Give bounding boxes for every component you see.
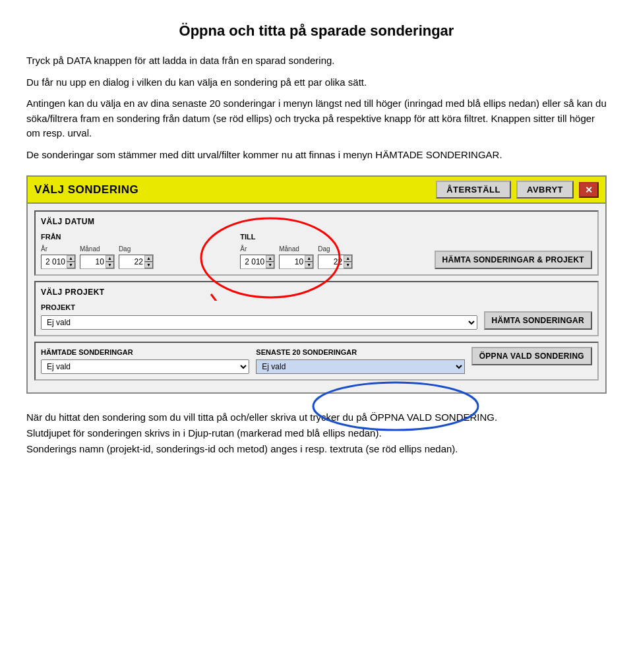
date-from-year-arrows: ▲ ▼ [67, 255, 75, 269]
date-to-month-label: Månad [279, 244, 299, 254]
oppna-vald-sondering-button[interactable]: ÖPPNA VALD SONDERING [471, 347, 592, 365]
hamtade-col: HÄMTADE SONDERINGAR Ej vald [41, 347, 249, 375]
intro-p3: Antingen kan du välja en av dina senaste… [26, 96, 607, 141]
date-from-group: FRÅN År ▲ ▼ [41, 231, 227, 269]
date-from-to: FRÅN År ▲ ▼ [41, 231, 427, 269]
date-to-day-input[interactable] [318, 257, 344, 267]
section-datum-title: VÄLJ DATUM [41, 216, 592, 228]
dialog-titlebar: VÄLJ SONDERING ÅTERSTÄLL AVBRYT ✕ [28, 177, 605, 204]
date-from-fields: År ▲ ▼ [41, 244, 227, 270]
hamtade-btn-col: ÖPPNA VALD SONDERING [471, 347, 592, 365]
dialog-title: VÄLJ SONDERING [34, 181, 138, 199]
hamtade-select[interactable]: Ej vald [41, 359, 249, 374]
projekt-label: PROJEKT [41, 302, 477, 313]
date-from-month-up[interactable]: ▲ [106, 255, 114, 262]
date-from-year-down[interactable]: ▼ [67, 262, 75, 268]
date-from-day-label: Dag [119, 244, 131, 254]
date-to-month-input[interactable] [280, 257, 305, 267]
footer-p3: Sonderings namn (projekt-id, sonderings-… [26, 441, 607, 457]
date-from-day-input[interactable] [119, 257, 144, 267]
date-from-day-spinner: ▲ ▼ [119, 255, 154, 270]
senaste-col: SENASTE 20 SONDERINGAR Ej vald [256, 347, 464, 375]
hamtade-label: HÄMTADE SONDERINGAR [41, 347, 249, 358]
date-to-day-label: Dag [318, 244, 330, 254]
projekt-select-wrap: PROJEKT Ej vald [41, 302, 477, 330]
hamta-sonderingar-button[interactable]: HÄMTA SONDERINGAR [484, 311, 592, 330]
date-from-month-spinner: ▲ ▼ [80, 255, 115, 270]
date-from-year-input[interactable] [42, 257, 67, 267]
date-to-year-up[interactable]: ▲ [266, 255, 274, 262]
dialog: VÄLJ SONDERING ÅTERSTÄLL AVBRYT ✕ VÄLJ D… [26, 175, 607, 394]
date-to-year-spinner: ▲ ▼ [240, 255, 275, 270]
date-from-day-up[interactable]: ▲ [144, 255, 153, 262]
intro-p4: De sonderingar som stämmer med ditt urva… [26, 148, 607, 163]
date-to-day-col: Dag ▲ ▼ [318, 244, 353, 270]
date-from-year-label: År [41, 244, 47, 254]
dialog-body: VÄLJ DATUM FRÅN År [28, 204, 605, 392]
date-from-day-arrows: ▲ ▼ [144, 255, 153, 269]
date-to-year-col: År ▲ ▼ [240, 244, 275, 270]
senaste-label: SENASTE 20 SONDERINGAR [256, 347, 464, 358]
date-to-month-up[interactable]: ▲ [305, 255, 313, 262]
date-to-month-spinner: ▲ ▼ [279, 255, 314, 270]
date-to-year-down[interactable]: ▼ [266, 262, 274, 268]
page-title: Öppna och titta på sparade sonderingar [26, 20, 607, 42]
date-from-label: FRÅN [41, 231, 227, 243]
projekt-section: PROJEKT Ej vald HÄMTA SONDERINGAR [41, 302, 592, 330]
date-from-month-down[interactable]: ▼ [106, 262, 114, 268]
projekt-select[interactable]: Ej vald [41, 315, 477, 330]
footer-p2: Slutdjupet för sonderingen skrivs in i D… [26, 425, 607, 441]
date-to-day-spinner: ▲ ▼ [318, 255, 353, 270]
footer-p1: När du hittat den sondering som du vill … [26, 410, 607, 425]
intro-p2: Du får nu upp en dialog i vilken du kan … [26, 75, 607, 90]
dialog-wrapper: VÄLJ SONDERING ÅTERSTÄLL AVBRYT ✕ VÄLJ D… [26, 175, 607, 394]
intro-p1: Tryck på DATA knappen för att ladda in d… [26, 53, 607, 69]
hamta-sonderingar-projekt-button[interactable]: HÄMTA SONDERINGAR & PROJEKT [435, 251, 592, 269]
date-from-month-label: Månad [80, 244, 100, 254]
date-from-day-col: Dag ▲ ▼ [119, 244, 154, 270]
date-from-month-col: Månad ▲ ▼ [80, 244, 115, 270]
section-projekt-title: VÄLJ PROJEKT [41, 286, 592, 298]
date-from-month-arrows: ▲ ▼ [106, 255, 114, 269]
close-button[interactable]: ✕ [579, 182, 599, 198]
date-from-year-col: År ▲ ▼ [41, 244, 76, 270]
date-to-year-label: År [240, 244, 247, 254]
section-projekt: VÄLJ PROJEKT PROJEKT Ej vald HÄMTA SONDE… [34, 281, 599, 336]
section-hamtade: HÄMTADE SONDERINGAR Ej vald SENASTE 20 S… [34, 342, 599, 381]
senaste-select[interactable]: Ej vald [256, 359, 464, 374]
date-to-month-arrows: ▲ ▼ [305, 255, 313, 269]
date-from-day-down[interactable]: ▼ [144, 262, 153, 268]
date-to-month-down[interactable]: ▼ [305, 262, 313, 268]
section-datum: VÄLJ DATUM FRÅN År [34, 210, 599, 276]
date-from-year-up[interactable]: ▲ [67, 255, 75, 262]
date-from-month-input[interactable] [80, 257, 106, 267]
date-to-day-down[interactable]: ▼ [344, 262, 352, 268]
date-to-year-input[interactable] [241, 257, 266, 267]
date-to-label: TILL [240, 231, 426, 243]
date-to-group: TILL År ▲ ▼ [240, 231, 426, 269]
dialog-buttons: ÅTERSTÄLL AVBRYT ✕ [436, 181, 599, 199]
date-to-day-arrows: ▲ ▼ [344, 255, 352, 269]
date-to-day-up[interactable]: ▲ [344, 255, 352, 262]
footer-text: När du hittat den sondering som du vill … [26, 410, 607, 457]
date-to-month-col: Månad ▲ ▼ [279, 244, 314, 270]
date-section-row: FRÅN År ▲ ▼ [41, 231, 592, 269]
avbryt-button[interactable]: AVBRYT [516, 181, 574, 199]
hamtade-section: HÄMTADE SONDERINGAR Ej vald SENASTE 20 S… [41, 347, 592, 375]
date-to-year-arrows: ▲ ▼ [266, 255, 274, 269]
date-from-year-spinner: ▲ ▼ [41, 255, 76, 270]
aterstall-button[interactable]: ÅTERSTÄLL [436, 181, 511, 199]
date-to-fields: År ▲ ▼ [240, 244, 426, 270]
